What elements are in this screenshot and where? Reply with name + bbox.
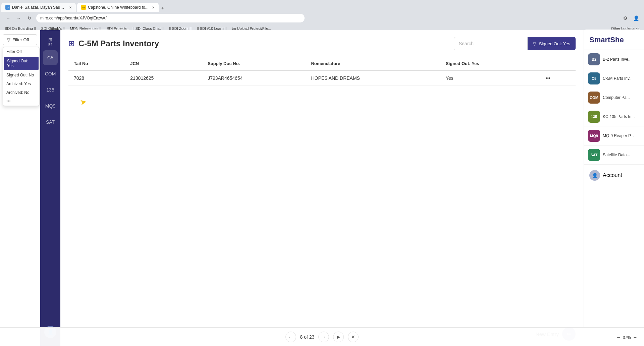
filter-off-button[interactable]: ▽ Filter Off: [3, 34, 37, 45]
cell-signed-out: Yes: [440, 70, 540, 86]
right-panel-text-com: Computer Pa...: [603, 95, 630, 100]
badge-b2: B2: [588, 53, 600, 65]
sidebar-icon-sat: SAT: [46, 119, 55, 125]
account-button[interactable]: 👤 Account: [589, 170, 639, 181]
signed-out-filter-button[interactable]: ▽ Signed Out: Yes: [528, 37, 576, 50]
new-tab-button[interactable]: +: [159, 4, 167, 12]
forward-button[interactable]: →: [15, 14, 23, 22]
table-body: 7028 213012625 J793AR4654654 HOPES AND D…: [68, 70, 576, 86]
badge-135: 135: [588, 111, 600, 123]
tab-favicon-2: M: [81, 5, 86, 10]
pagination-play-button[interactable]: ▶: [333, 332, 344, 342]
sidebar-item-sat[interactable]: SAT: [43, 115, 58, 129]
table-container: Tail No JCN Supply Doc No. Nomenclature …: [60, 57, 584, 322]
sidebar-icon-com: COM: [45, 71, 56, 76]
col-supply-doc: Supply Doc No.: [202, 57, 306, 70]
filter-icon: ▽: [7, 37, 10, 42]
right-panel-text-135: KC-135 Parts In...: [603, 114, 635, 119]
col-actions: [540, 57, 576, 70]
col-jcn: JCN: [125, 57, 202, 70]
right-panel-item-mq9[interactable]: MQ9 MQ-9 Reaper P...: [584, 126, 644, 146]
badge-com: COM: [588, 92, 600, 104]
right-panel-text-b2: B-2 Parts Inve...: [603, 57, 632, 62]
inventory-table: Tail No JCN Supply Doc No. Nomenclature …: [68, 57, 576, 86]
filter-item-archived-no[interactable]: Archived: No: [3, 88, 39, 97]
sidebar-icon-c5: C5: [47, 55, 53, 60]
col-tail-no: Tail No: [68, 57, 125, 70]
filter-funnel-icon: ▽: [533, 41, 536, 46]
filter-btn-label: Filter Off: [12, 37, 29, 42]
cell-jcn: 213012625: [125, 70, 202, 86]
sheet-area: ⊞ C-5M Parts Inventory ▽ Signed Out: Yes…: [60, 30, 584, 346]
sidebar: ⊞ B2 C5 COM 135 MQ9 SAT 👤: [40, 30, 60, 346]
right-panel-item-sat[interactable]: SAT Satellite Data...: [584, 146, 644, 165]
filter-item-signed-out-yes[interactable]: Signed Out: Yes: [4, 57, 39, 70]
filter-item-archived-yes[interactable]: Archived: Yes: [3, 79, 39, 88]
zoom-controls: − 37% +: [613, 333, 641, 343]
main-content: ▽ Filter Off Filter Off Signed Out: Yes …: [0, 30, 644, 346]
right-panel-title: SmartShe: [584, 30, 644, 50]
sheet-search: ▽ Signed Out: Yes: [454, 37, 576, 50]
zoom-minus-button[interactable]: −: [615, 334, 621, 341]
filter-dropdown: Filter Off Signed Out: Yes Signed Out: N…: [3, 47, 40, 106]
tab-label-1: Daniel Salazar, Dayan Sauerbron...: [12, 5, 66, 10]
url-bar[interactable]: miro.com/app/board/uXJVOqfEnzw=/: [36, 14, 305, 22]
tab-bar: D Daniel Salazar, Dayan Sauerbron... ✕ M…: [0, 0, 644, 12]
pagination-close-button[interactable]: ✕: [348, 332, 359, 342]
extensions-btn[interactable]: ⚙: [621, 14, 629, 22]
right-panel-account-section: 👤 Account: [584, 165, 644, 186]
account-label: Account: [603, 172, 622, 178]
tab-close-2[interactable]: ✕: [152, 6, 155, 9]
sidebar-label-b2: B2: [48, 43, 52, 47]
sidebar-item-com[interactable]: COM: [43, 66, 58, 81]
right-panel: SmartShe B2 B-2 Parts Inve... C5 C-5M Pa…: [584, 30, 644, 346]
url-text: miro.com/app/board/uXJVOqfEnzw=/: [40, 16, 107, 20]
pagination-info: 8 of 23: [300, 334, 315, 340]
sheet-title: C-5M Parts Inventory: [78, 39, 159, 48]
filter-item-filter-off[interactable]: Filter Off: [3, 47, 39, 56]
right-panel-item-b2[interactable]: B2 B-2 Parts Inve...: [584, 50, 644, 69]
tab-close-1[interactable]: ✕: [69, 6, 72, 9]
col-signed-out: Signed Out: Yes: [440, 57, 540, 70]
cell-nomenclature: HOPES AND DREAMS: [306, 70, 440, 86]
right-panel-item-135[interactable]: 135 KC-135 Parts In...: [584, 107, 644, 126]
tab-2[interactable]: M Capstone, Online Whiteboard fo... ✕: [77, 3, 159, 12]
right-panel-item-com[interactable]: COM Computer Pa...: [584, 88, 644, 107]
table-row: 7028 213012625 J793AR4654654 HOPES AND D…: [68, 70, 576, 86]
left-panel: ▽ Filter Off Filter Off Signed Out: Yes …: [0, 30, 40, 346]
sidebar-item-135[interactable]: 135: [43, 82, 58, 97]
account-icon: 👤: [589, 170, 600, 181]
browser-chrome: D Daniel Salazar, Dayan Sauerbron... ✕ M…: [0, 0, 644, 30]
filter-item-more[interactable]: •••: [3, 97, 39, 106]
tab-label-2: Capstone, Online Whiteboard fo...: [88, 5, 149, 10]
profile-btn[interactable]: 👤: [632, 14, 640, 22]
pagination-next-button[interactable]: →: [318, 332, 329, 342]
row-actions-menu[interactable]: •••: [540, 70, 576, 86]
pagination-prev-button[interactable]: ←: [285, 332, 296, 342]
sidebar-item-c5[interactable]: C5: [43, 50, 58, 65]
col-nomenclature: Nomenclature: [306, 57, 440, 70]
sheet-title-icon: ⊞: [68, 39, 74, 48]
right-panel-text-mq9: MQ-9 Reaper P...: [603, 133, 634, 138]
badge-c5: C5: [588, 72, 600, 84]
sidebar-item-b2[interactable]: ⊞ B2: [43, 34, 58, 49]
refresh-button[interactable]: ↻: [25, 14, 34, 22]
cell-supply-doc: J793AR4654654: [202, 70, 306, 86]
sidebar-item-mq9[interactable]: MQ9: [43, 99, 58, 113]
zoom-level-display: 37%: [623, 335, 631, 340]
tab-1[interactable]: D Daniel Salazar, Dayan Sauerbron... ✕: [1, 3, 76, 12]
sidebar-icon-135: 135: [46, 87, 54, 93]
zoom-plus-button[interactable]: +: [632, 334, 638, 341]
cell-tail-no: 7028: [68, 70, 125, 86]
search-input[interactable]: [454, 37, 528, 50]
pagination-bar: ← 8 of 23 → ▶ ✕: [0, 327, 644, 346]
badge-mq9: MQ9: [588, 130, 600, 142]
badge-sat: SAT: [588, 149, 600, 161]
address-bar: ← → ↻ miro.com/app/board/uXJVOqfEnzw=/ ⚙…: [0, 12, 644, 24]
right-panel-text-sat: Satellite Data...: [603, 153, 630, 157]
sidebar-icon-b2: ⊞: [48, 37, 52, 42]
filter-active-label: Signed Out: Yes: [539, 41, 570, 46]
back-button[interactable]: ←: [4, 14, 12, 22]
right-panel-item-c5[interactable]: C5 C-5M Parts Inv...: [584, 69, 644, 88]
filter-item-signed-out-no[interactable]: Signed Out: No: [3, 71, 39, 79]
